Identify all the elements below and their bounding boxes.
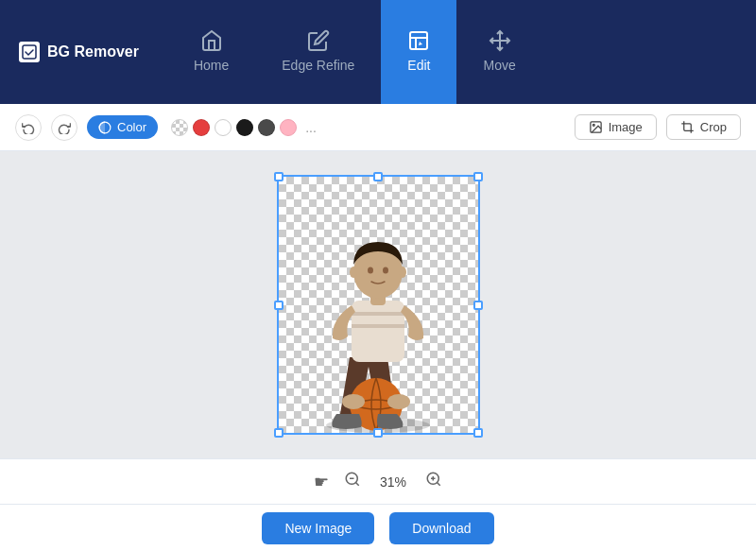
nav-item-edit[interactable]: Edit: [381, 0, 456, 104]
color-swatch-white[interactable]: [215, 119, 232, 136]
color-swatches: ...: [171, 119, 320, 136]
toolbar: Color ... Image Crop: [0, 104, 756, 151]
crop-handle-ml[interactable]: [274, 301, 284, 310]
svg-point-17: [383, 267, 388, 274]
crop-handle-tr[interactable]: [473, 172, 483, 181]
color-swatch-red[interactable]: [193, 119, 210, 136]
color-swatch-pink[interactable]: [280, 119, 297, 136]
crop-handle-mr[interactable]: [473, 301, 483, 310]
color-swatch-black[interactable]: [236, 119, 253, 136]
crop-button[interactable]: Crop: [666, 114, 741, 140]
zoom-bar: ☛ 31%: [0, 458, 756, 504]
crop-handle-tm[interactable]: [373, 172, 383, 181]
main-nav: Home Edge Refine Edit M: [167, 0, 542, 104]
logo-icon: [19, 42, 40, 62]
image-frame[interactable]: [277, 175, 480, 435]
undo-button[interactable]: [15, 114, 42, 141]
edge-refine-icon: [307, 29, 330, 52]
redo-button[interactable]: [51, 114, 77, 141]
color-button[interactable]: Color: [87, 115, 158, 139]
image-label: Image: [609, 120, 643, 134]
pan-button[interactable]: ☛: [314, 472, 329, 492]
svg-point-6: [593, 124, 594, 126]
zoom-in-button[interactable]: [425, 471, 442, 492]
svg-rect-10: [352, 324, 404, 328]
download-button[interactable]: Download: [389, 512, 493, 544]
crop-handle-bm[interactable]: [373, 428, 383, 438]
svg-point-16: [368, 267, 373, 274]
nav-item-move[interactable]: Move: [456, 0, 541, 104]
image-icon: [589, 120, 603, 134]
header: BG Remover Home Edge Refine Edi: [0, 0, 756, 104]
new-image-button[interactable]: New Image: [262, 512, 374, 544]
svg-point-12: [342, 394, 365, 409]
move-icon: [489, 29, 511, 52]
nav-label-edit: Edit: [407, 58, 430, 73]
nav-item-edge-refine[interactable]: Edge Refine: [255, 0, 381, 104]
edit-icon: [407, 29, 430, 52]
nav-label-edge-refine: Edge Refine: [282, 58, 354, 73]
svg-line-21: [355, 482, 358, 485]
home-icon: [200, 29, 223, 52]
svg-rect-8: [352, 301, 404, 362]
nav-label-home: Home: [194, 58, 229, 73]
crop-icon: [680, 120, 695, 134]
svg-line-24: [437, 482, 439, 485]
color-label: Color: [117, 120, 146, 134]
footer: New Image Download: [0, 504, 756, 551]
canvas-area: [0, 151, 756, 458]
nav-item-home[interactable]: Home: [167, 0, 255, 104]
svg-rect-1: [410, 32, 427, 49]
svg-point-19: [399, 267, 406, 278]
crop-label: Crop: [700, 120, 727, 134]
crop-handle-tl[interactable]: [274, 172, 284, 181]
zoom-level: 31%: [376, 474, 410, 490]
subject-image: [293, 206, 463, 433]
svg-point-13: [387, 394, 410, 409]
image-button[interactable]: Image: [575, 114, 657, 140]
svg-rect-9: [352, 312, 404, 316]
color-more-button[interactable]: ...: [301, 119, 320, 136]
color-swatch-darkgray[interactable]: [258, 119, 275, 136]
color-swatch-transparent[interactable]: [171, 119, 188, 136]
zoom-out-button[interactable]: [344, 471, 361, 492]
crop-handle-bl[interactable]: [274, 428, 284, 438]
crop-handle-br[interactable]: [473, 428, 483, 438]
app-title: BG Remover: [47, 43, 139, 60]
svg-rect-0: [23, 45, 36, 59]
nav-label-move: Move: [483, 58, 515, 73]
app-logo: BG Remover: [19, 42, 139, 62]
svg-point-18: [350, 267, 357, 278]
color-icon: [98, 121, 112, 134]
